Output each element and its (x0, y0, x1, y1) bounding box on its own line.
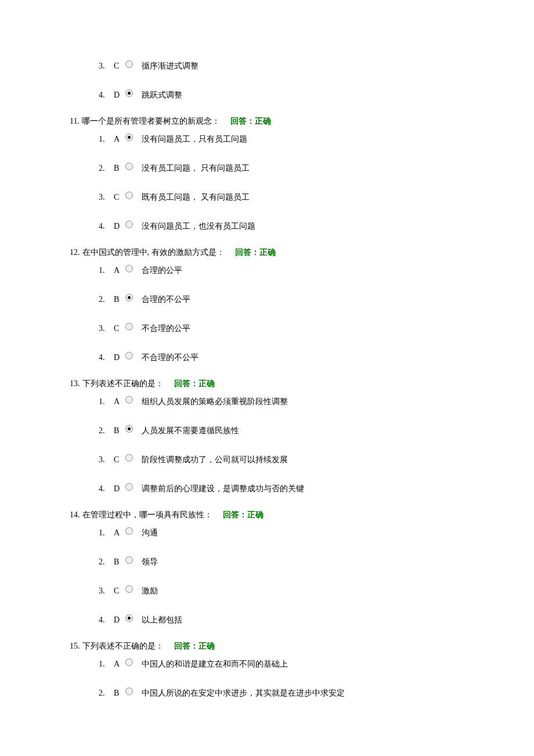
option-letter: C (114, 455, 124, 465)
option-row: 3.C激励 (99, 583, 464, 599)
option-index: 4. (99, 615, 114, 625)
radio-wrapper (125, 617, 142, 624)
radio-button[interactable] (125, 294, 133, 301)
radio-button[interactable] (125, 454, 133, 462)
option-index: 4. (99, 353, 114, 362)
option-text: 领导 (142, 557, 464, 567)
option-letter: B (114, 164, 124, 173)
option-text: 没有员工问题， 只有问题员工 (142, 163, 464, 174)
question: 15.下列表述不正确的是：回答：正确1.A中国人的和谐是建立在和而不同的基础上2… (70, 641, 464, 701)
option-text: 阶段性调整成功了，公司就可以持续发展 (142, 455, 464, 465)
option-index: 2. (99, 164, 114, 173)
question-header: 15.下列表述不正确的是：回答：正确 (70, 641, 464, 651)
option-row: 3.C不合理的公平 (99, 321, 464, 337)
option-row: 2.B中国人所说的在安定中求进步，其实就是在进步中求安定 (99, 685, 464, 701)
option-index: 2. (99, 295, 114, 304)
feedback-text: 回答：正确 (174, 379, 215, 389)
option-row: 3.C既有员工问题， 又有问题员工 (99, 189, 464, 206)
radio-button[interactable] (125, 60, 133, 68)
radio-button[interactable] (125, 221, 133, 228)
option-letter: A (114, 660, 124, 669)
radio-button[interactable] (125, 89, 133, 97)
options-list: 1.A没有问题员工，只有员工问题2.B没有员工问题， 只有问题员工3.C既有员工… (70, 131, 464, 235)
radio-button[interactable] (125, 483, 133, 491)
option-index: 4. (99, 91, 114, 100)
radio-wrapper (125, 427, 142, 435)
question-number: 12. (70, 248, 80, 257)
option-row: 1.A合理的公平 (99, 262, 464, 279)
option-letter: B (114, 689, 124, 698)
radio-button[interactable] (125, 527, 133, 535)
question-header: 12.在中国式的管理中, 有效的激励方式是：回答：正确 (70, 247, 464, 258)
radio-button[interactable] (125, 396, 133, 404)
feedback-text: 回答：正确 (235, 247, 276, 258)
radio-wrapper (125, 690, 142, 697)
option-row: 1.A组织人员发展的策略必须重视阶段性调整 (99, 394, 464, 410)
option-letter: D (114, 91, 124, 100)
option-row: 1.A沟通 (99, 525, 464, 541)
option-letter: B (114, 557, 124, 567)
option-row: 2.B领导 (99, 554, 464, 570)
radio-wrapper (125, 485, 142, 493)
option-text: 激励 (142, 586, 464, 596)
option-index: 3. (99, 193, 114, 202)
option-letter: B (114, 426, 124, 435)
radio-button[interactable] (125, 585, 133, 593)
options-list: 1.A沟通2.B领导3.C激励4.D以上都包括 (70, 525, 464, 628)
option-letter: A (114, 266, 124, 275)
option-letter: C (114, 324, 124, 333)
radio-wrapper (125, 398, 142, 406)
option-text: 没有问题员工，也没有员工问题 (142, 221, 464, 232)
radio-button[interactable] (125, 658, 133, 666)
feedback-text: 回答：正确 (174, 641, 215, 651)
radio-button[interactable] (125, 614, 133, 622)
option-text: 不合理的公平 (142, 323, 464, 334)
option-row: 4.D没有问题员工，也没有员工问题 (99, 218, 464, 235)
question-header: 11.哪一个是所有管理者要树立的新观念：回答：正确 (70, 116, 464, 127)
radio-wrapper (125, 136, 142, 143)
option-index: 4. (99, 484, 114, 494)
option-text: 没有问题员工，只有员工问题 (142, 134, 464, 145)
option-index: 1. (99, 528, 114, 538)
option-text: 既有员工问题， 又有问题员工 (142, 192, 464, 203)
options-list: 1.A合理的公平2.B合理的不公平3.C不合理的公平4.D不合理的不公平 (70, 262, 464, 366)
question-number: 15. (70, 642, 80, 651)
option-letter: A (114, 528, 124, 538)
radio-button[interactable] (125, 352, 133, 359)
question-number: 13. (70, 379, 80, 388)
option-row: 4.D跳跃式调整 (99, 87, 464, 103)
radio-button[interactable] (125, 323, 133, 330)
option-text: 沟通 (142, 528, 464, 538)
feedback-text: 回答：正确 (230, 116, 271, 127)
radio-wrapper (125, 325, 142, 333)
option-index: 3. (99, 62, 114, 71)
radio-button[interactable] (125, 163, 133, 170)
option-letter: C (114, 586, 124, 596)
option-index: 4. (99, 222, 114, 231)
option-text: 中国人的和谐是建立在和而不同的基础上 (142, 659, 464, 669)
option-index: 1. (99, 135, 114, 144)
option-text: 组织人员发展的策略必须重视阶段性调整 (142, 397, 464, 407)
option-index: 3. (99, 324, 114, 333)
radio-button[interactable] (125, 192, 133, 199)
option-index: 1. (99, 660, 114, 669)
radio-wrapper (125, 92, 142, 99)
option-row: 2.B没有员工问题， 只有问题员工 (99, 160, 464, 177)
option-index: 1. (99, 397, 114, 406)
radio-button[interactable] (125, 556, 133, 564)
radio-button[interactable] (125, 687, 133, 695)
radio-button[interactable] (125, 134, 133, 141)
radio-button[interactable] (125, 425, 133, 433)
option-text: 循序渐进式调整 (142, 61, 464, 71)
radio-wrapper (125, 165, 142, 172)
question-header: 13.下列表述不正确的是：回答：正确 (70, 379, 464, 389)
option-letter: B (114, 295, 124, 304)
question-text: 在管理过程中，哪一项具有民族性： (82, 510, 212, 520)
option-row: 2.B合理的不公平 (99, 291, 464, 308)
question-text: 哪一个是所有管理者要树立的新观念： (82, 116, 220, 127)
question-text: 下列表述不正确的是： (82, 379, 164, 389)
option-letter: C (114, 62, 124, 71)
radio-button[interactable] (125, 265, 133, 272)
option-text: 合理的公平 (142, 265, 464, 276)
feedback-text: 回答：正确 (223, 510, 264, 520)
